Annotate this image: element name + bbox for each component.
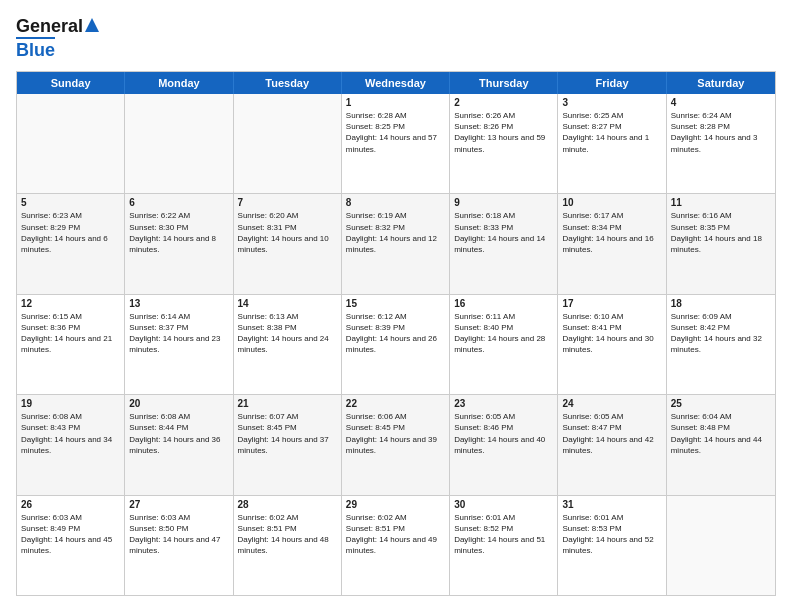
- calendar-day-empty: [125, 94, 233, 193]
- cell-info: Sunrise: 6:17 AMSunset: 8:34 PMDaylight:…: [562, 210, 661, 255]
- calendar-day-20: 20Sunrise: 6:08 AMSunset: 8:44 PMDayligh…: [125, 395, 233, 494]
- calendar-day-25: 25Sunrise: 6:04 AMSunset: 8:48 PMDayligh…: [667, 395, 775, 494]
- cell-info: Sunrise: 6:20 AMSunset: 8:31 PMDaylight:…: [238, 210, 337, 255]
- calendar-day-11: 11Sunrise: 6:16 AMSunset: 8:35 PMDayligh…: [667, 194, 775, 293]
- cell-date-number: 24: [562, 398, 661, 409]
- cell-date-number: 25: [671, 398, 771, 409]
- cell-info: Sunrise: 6:06 AMSunset: 8:45 PMDaylight:…: [346, 411, 445, 456]
- calendar-week-4: 19Sunrise: 6:08 AMSunset: 8:43 PMDayligh…: [17, 395, 775, 495]
- calendar-day-empty: [234, 94, 342, 193]
- calendar-day-19: 19Sunrise: 6:08 AMSunset: 8:43 PMDayligh…: [17, 395, 125, 494]
- calendar-day-28: 28Sunrise: 6:02 AMSunset: 8:51 PMDayligh…: [234, 496, 342, 595]
- cell-date-number: 14: [238, 298, 337, 309]
- cell-date-number: 18: [671, 298, 771, 309]
- calendar-week-1: 1Sunrise: 6:28 AMSunset: 8:25 PMDaylight…: [17, 94, 775, 194]
- calendar-header: SundayMondayTuesdayWednesdayThursdayFrid…: [17, 72, 775, 94]
- calendar-day-21: 21Sunrise: 6:07 AMSunset: 8:45 PMDayligh…: [234, 395, 342, 494]
- cell-info: Sunrise: 6:05 AMSunset: 8:46 PMDaylight:…: [454, 411, 553, 456]
- cell-info: Sunrise: 6:03 AMSunset: 8:49 PMDaylight:…: [21, 512, 120, 557]
- calendar-week-3: 12Sunrise: 6:15 AMSunset: 8:36 PMDayligh…: [17, 295, 775, 395]
- cell-date-number: 17: [562, 298, 661, 309]
- cell-date-number: 22: [346, 398, 445, 409]
- cell-date-number: 9: [454, 197, 553, 208]
- cell-info: Sunrise: 6:07 AMSunset: 8:45 PMDaylight:…: [238, 411, 337, 456]
- calendar-day-8: 8Sunrise: 6:19 AMSunset: 8:32 PMDaylight…: [342, 194, 450, 293]
- calendar-day-9: 9Sunrise: 6:18 AMSunset: 8:33 PMDaylight…: [450, 194, 558, 293]
- cell-date-number: 4: [671, 97, 771, 108]
- cell-info: Sunrise: 6:08 AMSunset: 8:43 PMDaylight:…: [21, 411, 120, 456]
- cell-date-number: 31: [562, 499, 661, 510]
- page: General Blue SundayMondayTuesdayWednesda…: [0, 0, 792, 612]
- cell-info: Sunrise: 6:15 AMSunset: 8:36 PMDaylight:…: [21, 311, 120, 356]
- cell-info: Sunrise: 6:09 AMSunset: 8:42 PMDaylight:…: [671, 311, 771, 356]
- cell-info: Sunrise: 6:16 AMSunset: 8:35 PMDaylight:…: [671, 210, 771, 255]
- calendar-week-2: 5Sunrise: 6:23 AMSunset: 8:29 PMDaylight…: [17, 194, 775, 294]
- calendar-day-31: 31Sunrise: 6:01 AMSunset: 8:53 PMDayligh…: [558, 496, 666, 595]
- calendar-day-15: 15Sunrise: 6:12 AMSunset: 8:39 PMDayligh…: [342, 295, 450, 394]
- cell-info: Sunrise: 6:24 AMSunset: 8:28 PMDaylight:…: [671, 110, 771, 155]
- cell-date-number: 5: [21, 197, 120, 208]
- cell-info: Sunrise: 6:14 AMSunset: 8:37 PMDaylight:…: [129, 311, 228, 356]
- cell-date-number: 7: [238, 197, 337, 208]
- cell-info: Sunrise: 6:03 AMSunset: 8:50 PMDaylight:…: [129, 512, 228, 557]
- calendar-day-empty: [17, 94, 125, 193]
- cell-info: Sunrise: 6:23 AMSunset: 8:29 PMDaylight:…: [21, 210, 120, 255]
- cell-date-number: 13: [129, 298, 228, 309]
- cell-info: Sunrise: 6:11 AMSunset: 8:40 PMDaylight:…: [454, 311, 553, 356]
- day-header-wednesday: Wednesday: [342, 72, 450, 94]
- cell-info: Sunrise: 6:02 AMSunset: 8:51 PMDaylight:…: [346, 512, 445, 557]
- cell-info: Sunrise: 6:01 AMSunset: 8:52 PMDaylight:…: [454, 512, 553, 557]
- calendar-day-7: 7Sunrise: 6:20 AMSunset: 8:31 PMDaylight…: [234, 194, 342, 293]
- cell-info: Sunrise: 6:28 AMSunset: 8:25 PMDaylight:…: [346, 110, 445, 155]
- calendar-week-5: 26Sunrise: 6:03 AMSunset: 8:49 PMDayligh…: [17, 496, 775, 595]
- calendar-day-22: 22Sunrise: 6:06 AMSunset: 8:45 PMDayligh…: [342, 395, 450, 494]
- cell-date-number: 11: [671, 197, 771, 208]
- calendar-day-29: 29Sunrise: 6:02 AMSunset: 8:51 PMDayligh…: [342, 496, 450, 595]
- day-header-saturday: Saturday: [667, 72, 775, 94]
- cell-date-number: 1: [346, 97, 445, 108]
- calendar-day-10: 10Sunrise: 6:17 AMSunset: 8:34 PMDayligh…: [558, 194, 666, 293]
- cell-date-number: 27: [129, 499, 228, 510]
- calendar-body: 1Sunrise: 6:28 AMSunset: 8:25 PMDaylight…: [17, 94, 775, 595]
- cell-info: Sunrise: 6:25 AMSunset: 8:27 PMDaylight:…: [562, 110, 661, 155]
- calendar-day-16: 16Sunrise: 6:11 AMSunset: 8:40 PMDayligh…: [450, 295, 558, 394]
- calendar-day-5: 5Sunrise: 6:23 AMSunset: 8:29 PMDaylight…: [17, 194, 125, 293]
- calendar-day-1: 1Sunrise: 6:28 AMSunset: 8:25 PMDaylight…: [342, 94, 450, 193]
- logo-general: General: [16, 16, 83, 37]
- cell-date-number: 20: [129, 398, 228, 409]
- cell-date-number: 29: [346, 499, 445, 510]
- cell-info: Sunrise: 6:02 AMSunset: 8:51 PMDaylight:…: [238, 512, 337, 557]
- cell-info: Sunrise: 6:18 AMSunset: 8:33 PMDaylight:…: [454, 210, 553, 255]
- day-header-monday: Monday: [125, 72, 233, 94]
- cell-date-number: 16: [454, 298, 553, 309]
- calendar-day-17: 17Sunrise: 6:10 AMSunset: 8:41 PMDayligh…: [558, 295, 666, 394]
- calendar-day-6: 6Sunrise: 6:22 AMSunset: 8:30 PMDaylight…: [125, 194, 233, 293]
- calendar-day-13: 13Sunrise: 6:14 AMSunset: 8:37 PMDayligh…: [125, 295, 233, 394]
- cell-date-number: 8: [346, 197, 445, 208]
- cell-date-number: 28: [238, 499, 337, 510]
- cell-info: Sunrise: 6:22 AMSunset: 8:30 PMDaylight:…: [129, 210, 228, 255]
- cell-date-number: 30: [454, 499, 553, 510]
- day-header-thursday: Thursday: [450, 72, 558, 94]
- cell-info: Sunrise: 6:19 AMSunset: 8:32 PMDaylight:…: [346, 210, 445, 255]
- cell-date-number: 10: [562, 197, 661, 208]
- cell-info: Sunrise: 6:01 AMSunset: 8:53 PMDaylight:…: [562, 512, 661, 557]
- day-header-sunday: Sunday: [17, 72, 125, 94]
- calendar-day-18: 18Sunrise: 6:09 AMSunset: 8:42 PMDayligh…: [667, 295, 775, 394]
- calendar-day-4: 4Sunrise: 6:24 AMSunset: 8:28 PMDaylight…: [667, 94, 775, 193]
- calendar: SundayMondayTuesdayWednesdayThursdayFrid…: [16, 71, 776, 596]
- calendar-day-3: 3Sunrise: 6:25 AMSunset: 8:27 PMDaylight…: [558, 94, 666, 193]
- calendar-day-empty: [667, 496, 775, 595]
- day-header-friday: Friday: [558, 72, 666, 94]
- cell-info: Sunrise: 6:13 AMSunset: 8:38 PMDaylight:…: [238, 311, 337, 356]
- calendar-day-23: 23Sunrise: 6:05 AMSunset: 8:46 PMDayligh…: [450, 395, 558, 494]
- cell-date-number: 23: [454, 398, 553, 409]
- cell-date-number: 3: [562, 97, 661, 108]
- cell-date-number: 21: [238, 398, 337, 409]
- calendar-day-30: 30Sunrise: 6:01 AMSunset: 8:52 PMDayligh…: [450, 496, 558, 595]
- cell-date-number: 2: [454, 97, 553, 108]
- cell-date-number: 15: [346, 298, 445, 309]
- cell-info: Sunrise: 6:10 AMSunset: 8:41 PMDaylight:…: [562, 311, 661, 356]
- calendar-day-27: 27Sunrise: 6:03 AMSunset: 8:50 PMDayligh…: [125, 496, 233, 595]
- calendar-day-14: 14Sunrise: 6:13 AMSunset: 8:38 PMDayligh…: [234, 295, 342, 394]
